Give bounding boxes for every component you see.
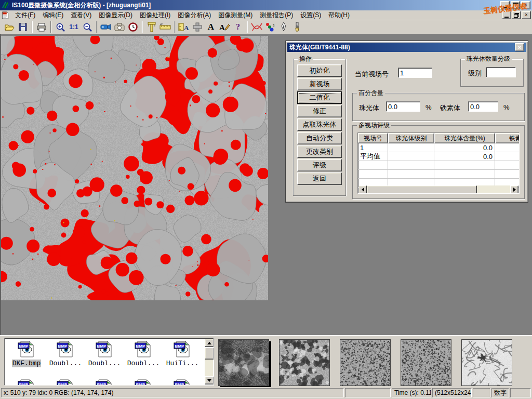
mdi-restore-button[interactable]: [512, 11, 521, 19]
mdi-minimize-button[interactable]: [502, 11, 511, 19]
print-button[interactable]: [35, 21, 48, 33]
auto-classify-button[interactable]: 自动分类: [297, 132, 342, 144]
svg-text:A: A: [184, 24, 189, 32]
menu-image-processing[interactable]: 图像处理(I): [136, 10, 174, 20]
correct-button[interactable]: 修正: [297, 105, 342, 117]
thumbnail-image[interactable]: [218, 339, 269, 386]
scrollbar-thumb[interactable]: [205, 347, 214, 360]
help-button[interactable]: ?: [231, 21, 245, 33]
photo-capture-button[interactable]: [113, 21, 126, 33]
zoom-out-button[interactable]: [81, 21, 94, 33]
file-item[interactable]: [47, 379, 84, 385]
bmp-file-icon: [18, 340, 35, 358]
menu-measure-report[interactable]: 测量报告(P): [256, 10, 297, 20]
file-name: Doubl...: [49, 360, 82, 367]
scroll-up-button[interactable]: [205, 339, 214, 347]
ferrite-input[interactable]: [468, 101, 498, 112]
menu-image-measure[interactable]: 图像测量(M): [215, 10, 256, 20]
application-window: IS100显微摄像系统(金相分析版) - [zhuguangti01] × 玉树…: [0, 0, 532, 399]
scroll-right-button[interactable]: [510, 185, 518, 194]
dialog-close-button[interactable]: ×: [515, 43, 524, 51]
table-row[interactable]: [358, 161, 520, 170]
toolbar-separator: [96, 21, 97, 33]
file-item[interactable]: [8, 379, 45, 385]
thumbnail-image[interactable]: [279, 339, 330, 386]
col-ferrite[interactable]: 铁素体: [495, 133, 520, 143]
thumbnail-image[interactable]: [340, 339, 391, 386]
open-button[interactable]: [3, 21, 16, 33]
table-row[interactable]: 1 0.0: [358, 143, 520, 152]
status-bar: x: 510 y: 79 idx: 0 RGB: (174, 174, 174)…: [0, 387, 532, 399]
table-row[interactable]: [358, 170, 520, 179]
file-list-scrollbar[interactable]: [205, 339, 213, 384]
minimize-button[interactable]: [500, 1, 510, 9]
menu-view[interactable]: 查看(V): [67, 10, 95, 20]
menu-edit[interactable]: 编辑(E): [39, 10, 67, 20]
caliper-measure-button[interactable]: [145, 21, 158, 33]
file-item[interactable]: [125, 379, 162, 385]
menu-settings[interactable]: 设置(S): [297, 10, 325, 20]
menu-image-display[interactable]: 图像显示(D): [95, 10, 136, 20]
rating-table: 视场号 珠光体级别 珠光体含量(%) 铁素体 1 0.0 平均值 0.0: [357, 132, 520, 194]
scroll-down-button[interactable]: [205, 376, 214, 384]
pearlite-input[interactable]: [386, 101, 420, 112]
curve-tool-button[interactable]: [250, 21, 263, 33]
dialog-close-icon: ×: [518, 44, 521, 50]
printer-icon: [36, 22, 47, 32]
file-item[interactable]: Doubl...: [86, 340, 123, 367]
init-button[interactable]: 初始化: [297, 64, 342, 77]
operation-group-label: 操作: [298, 55, 313, 62]
percent-group: 百分含量 珠光体 % 铁素体 %: [352, 93, 525, 121]
menu-image-analysis[interactable]: 图像分析(A): [174, 10, 215, 20]
save-button[interactable]: [16, 21, 30, 33]
change-class-button[interactable]: 更改类别: [297, 145, 342, 158]
file-item[interactable]: Doubl...: [47, 340, 84, 367]
timer-button[interactable]: [126, 21, 140, 33]
grade-input[interactable]: [486, 67, 516, 77]
menu-file[interactable]: 文件(F): [11, 10, 39, 20]
percent-group-label: 百分含量: [357, 89, 385, 97]
ruler-measure-button[interactable]: [158, 21, 172, 33]
rate-button[interactable]: 评级: [297, 159, 342, 171]
metallograph-image[interactable]: [1, 36, 268, 300]
scroll-left-button[interactable]: [358, 185, 367, 194]
zoom-in-button[interactable]: [54, 21, 67, 33]
col-pearlite-content[interactable]: 珠光体含量(%): [434, 133, 495, 143]
thumbnail-image[interactable]: [461, 339, 512, 386]
document-icon[interactable]: [1, 11, 9, 19]
classify-tool-button[interactable]: 3: [263, 21, 277, 33]
file-item[interactable]: DKF.bmp: [8, 340, 45, 367]
text-tool-icon: A: [208, 22, 214, 32]
mdi-close-button[interactable]: ×: [522, 11, 531, 19]
scrollbar-thumb[interactable]: [367, 185, 477, 194]
binarize-button[interactable]: 二值化: [297, 91, 342, 104]
new-field-button[interactable]: 新视场: [297, 78, 342, 90]
table-horizontal-scrollbar[interactable]: [358, 185, 518, 193]
dialog-title-bar[interactable]: 珠光体(GB/T9441-88) ×: [287, 43, 526, 52]
col-view-number[interactable]: 视场号: [358, 133, 388, 143]
menu-help[interactable]: 帮助(H): [325, 10, 353, 20]
col-pearlite-grade[interactable]: 珠光体级别: [388, 133, 434, 143]
close-button[interactable]: ×: [521, 1, 530, 9]
measure-text-button[interactable]: A: [177, 21, 191, 33]
return-button[interactable]: 返回: [297, 172, 342, 185]
grid-tool-button[interactable]: [191, 21, 204, 33]
open-folder-icon: [4, 22, 15, 32]
actual-size-button[interactable]: 1:1: [67, 21, 81, 33]
text-tool-button[interactable]: A: [204, 21, 218, 33]
video-capture-button[interactable]: [99, 21, 113, 33]
file-item[interactable]: HuiTi...: [164, 340, 201, 367]
table-row[interactable]: 平均值 0.0: [358, 152, 520, 161]
pen-tool-button[interactable]: [277, 21, 290, 33]
file-item[interactable]: [164, 379, 201, 385]
brush-tool-button[interactable]: [290, 21, 304, 33]
annotate-tool-button[interactable]: A: [218, 21, 231, 33]
maximize-button[interactable]: [511, 1, 520, 9]
thumbnail-image[interactable]: [401, 339, 451, 386]
file-item[interactable]: [86, 379, 123, 385]
current-view-input[interactable]: [398, 68, 432, 78]
scroll-right-icon: [513, 188, 516, 192]
menu-bar: 文件(F) 编辑(E) 查看(V) 图像显示(D) 图像处理(I) 图像分析(A…: [0, 10, 532, 20]
pick-pearlite-button[interactable]: 点取珠光体: [297, 118, 342, 131]
file-item[interactable]: Doubl...: [125, 340, 162, 367]
